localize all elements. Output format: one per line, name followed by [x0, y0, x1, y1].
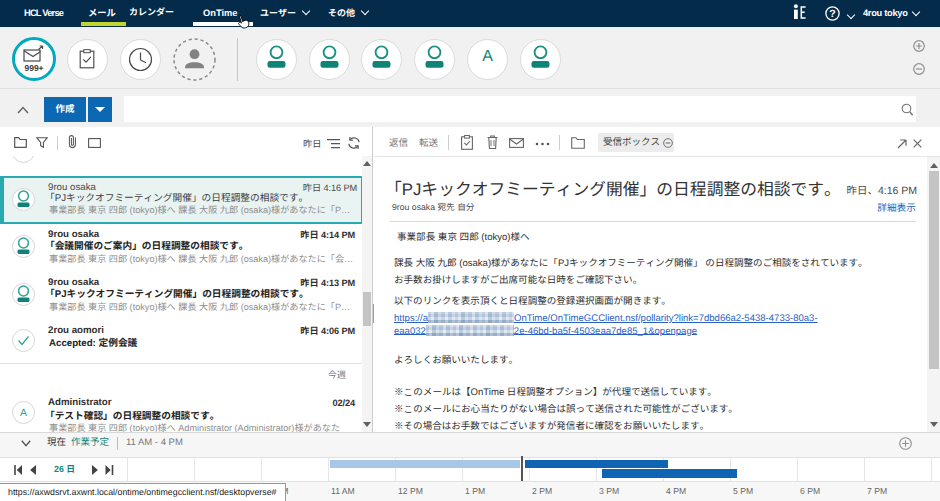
svg-text:?: ? — [829, 8, 835, 20]
